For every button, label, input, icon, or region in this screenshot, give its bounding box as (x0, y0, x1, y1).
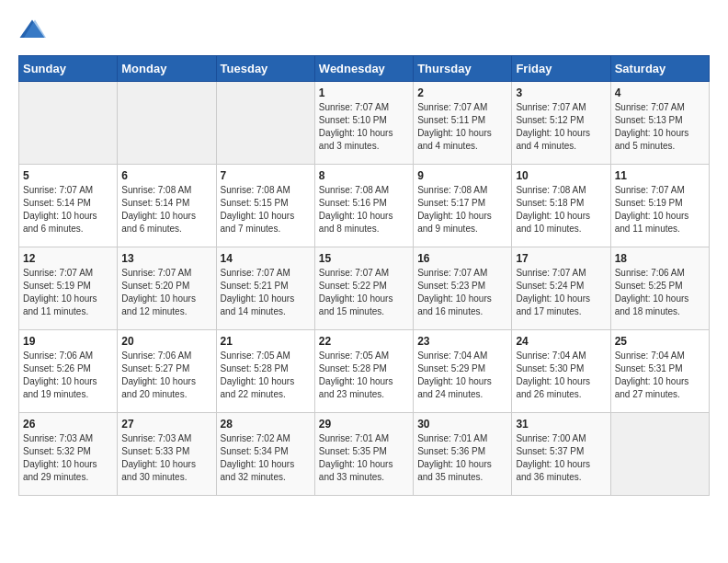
weekday-header: Wednesday (314, 56, 413, 82)
day-info: Sunrise: 7:08 AM Sunset: 5:16 PM Dayligh… (319, 184, 409, 236)
day-number: 15 (319, 252, 409, 265)
calendar-cell: 10Sunrise: 7:08 AM Sunset: 5:18 PM Dayli… (512, 165, 610, 247)
calendar-cell (216, 82, 314, 165)
day-number: 10 (516, 169, 606, 182)
day-number: 18 (615, 252, 705, 265)
calendar-cell: 11Sunrise: 7:07 AM Sunset: 5:19 PM Dayli… (610, 165, 709, 247)
day-info: Sunrise: 7:07 AM Sunset: 5:24 PM Dayligh… (516, 267, 606, 318)
day-number: 6 (121, 169, 211, 182)
day-info: Sunrise: 7:00 AM Sunset: 5:37 PM Dayligh… (516, 432, 606, 484)
calendar-cell: 5Sunrise: 7:07 AM Sunset: 5:14 PM Daylig… (19, 165, 118, 247)
weekday-header: Sunday (19, 56, 118, 82)
day-number: 31 (516, 418, 606, 431)
calendar-cell: 26Sunrise: 7:03 AM Sunset: 5:32 PM Dayli… (19, 413, 118, 496)
day-info: Sunrise: 7:04 AM Sunset: 5:31 PM Dayligh… (615, 350, 705, 401)
calendar-cell: 14Sunrise: 7:07 AM Sunset: 5:21 PM Dayli… (216, 247, 314, 330)
calendar-week-row: 1Sunrise: 7:07 AM Sunset: 5:10 PM Daylig… (19, 82, 710, 165)
calendar-cell: 20Sunrise: 7:06 AM Sunset: 5:27 PM Dayli… (118, 330, 216, 413)
day-number: 16 (417, 252, 507, 265)
day-info: Sunrise: 7:06 AM Sunset: 5:27 PM Dayligh… (121, 350, 211, 401)
day-number: 28 (221, 418, 311, 431)
day-number: 12 (23, 252, 113, 265)
calendar-cell: 17Sunrise: 7:07 AM Sunset: 5:24 PM Dayli… (512, 247, 610, 330)
day-info: Sunrise: 7:08 AM Sunset: 5:18 PM Dayligh… (516, 184, 606, 236)
day-number: 1 (319, 86, 409, 99)
calendar-cell: 16Sunrise: 7:07 AM Sunset: 5:23 PM Dayli… (414, 247, 512, 330)
calendar-cell (610, 413, 709, 496)
day-number: 27 (121, 418, 211, 431)
day-number: 21 (221, 335, 311, 348)
weekday-header: Saturday (610, 56, 709, 82)
calendar-cell: 25Sunrise: 7:04 AM Sunset: 5:31 PM Dayli… (610, 330, 709, 413)
day-number: 26 (23, 418, 113, 431)
calendar-cell: 4Sunrise: 7:07 AM Sunset: 5:13 PM Daylig… (610, 82, 709, 165)
calendar-table: SundayMondayTuesdayWednesdayThursdayFrid… (18, 55, 710, 496)
day-number: 23 (417, 335, 507, 348)
day-info: Sunrise: 7:07 AM Sunset: 5:20 PM Dayligh… (121, 267, 211, 318)
calendar-cell: 22Sunrise: 7:05 AM Sunset: 5:28 PM Dayli… (314, 330, 413, 413)
day-info: Sunrise: 7:07 AM Sunset: 5:21 PM Dayligh… (221, 267, 311, 318)
day-info: Sunrise: 7:03 AM Sunset: 5:33 PM Dayligh… (121, 432, 211, 484)
calendar-cell: 18Sunrise: 7:06 AM Sunset: 5:25 PM Dayli… (610, 247, 709, 330)
day-info: Sunrise: 7:08 AM Sunset: 5:14 PM Dayligh… (121, 184, 211, 236)
day-info: Sunrise: 7:08 AM Sunset: 5:17 PM Dayligh… (417, 184, 507, 236)
day-info: Sunrise: 7:04 AM Sunset: 5:30 PM Dayligh… (516, 350, 606, 401)
calendar-cell: 7Sunrise: 7:08 AM Sunset: 5:15 PM Daylig… (216, 165, 314, 247)
calendar-cell: 23Sunrise: 7:04 AM Sunset: 5:29 PM Dayli… (414, 330, 512, 413)
day-number: 14 (221, 252, 311, 265)
calendar-cell: 15Sunrise: 7:07 AM Sunset: 5:22 PM Dayli… (314, 247, 413, 330)
day-info: Sunrise: 7:07 AM Sunset: 5:19 PM Dayligh… (615, 184, 705, 236)
calendar-week-row: 19Sunrise: 7:06 AM Sunset: 5:26 PM Dayli… (19, 330, 710, 413)
day-number: 30 (417, 418, 507, 431)
calendar-week-row: 12Sunrise: 7:07 AM Sunset: 5:19 PM Dayli… (19, 247, 710, 330)
weekday-header-row: SundayMondayTuesdayWednesdayThursdayFrid… (19, 56, 710, 82)
day-number: 17 (516, 252, 606, 265)
day-info: Sunrise: 7:08 AM Sunset: 5:15 PM Dayligh… (221, 184, 311, 236)
day-info: Sunrise: 7:05 AM Sunset: 5:28 PM Dayligh… (319, 350, 409, 401)
day-info: Sunrise: 7:07 AM Sunset: 5:14 PM Dayligh… (23, 184, 113, 236)
day-info: Sunrise: 7:07 AM Sunset: 5:22 PM Dayligh… (319, 267, 409, 318)
day-number: 24 (516, 335, 606, 348)
day-number: 7 (221, 169, 311, 182)
page-header (18, 18, 710, 40)
calendar-cell: 6Sunrise: 7:08 AM Sunset: 5:14 PM Daylig… (118, 165, 216, 247)
day-number: 22 (319, 335, 409, 348)
day-info: Sunrise: 7:07 AM Sunset: 5:23 PM Dayligh… (417, 267, 507, 318)
day-number: 3 (516, 86, 606, 99)
day-info: Sunrise: 7:05 AM Sunset: 5:28 PM Dayligh… (221, 350, 311, 401)
day-info: Sunrise: 7:04 AM Sunset: 5:29 PM Dayligh… (417, 350, 507, 401)
calendar-cell: 29Sunrise: 7:01 AM Sunset: 5:35 PM Dayli… (314, 413, 413, 496)
day-number: 29 (319, 418, 409, 431)
day-info: Sunrise: 7:07 AM Sunset: 5:11 PM Dayligh… (417, 101, 507, 153)
weekday-header: Monday (118, 56, 216, 82)
calendar-cell: 27Sunrise: 7:03 AM Sunset: 5:33 PM Dayli… (118, 413, 216, 496)
day-number: 4 (615, 86, 705, 99)
calendar-cell (118, 82, 216, 165)
calendar-cell (19, 82, 118, 165)
weekday-header: Tuesday (216, 56, 314, 82)
day-info: Sunrise: 7:02 AM Sunset: 5:34 PM Dayligh… (221, 432, 311, 484)
logo (18, 18, 50, 40)
day-number: 19 (23, 335, 113, 348)
weekday-header: Thursday (414, 56, 512, 82)
day-number: 5 (23, 169, 113, 182)
calendar-week-row: 5Sunrise: 7:07 AM Sunset: 5:14 PM Daylig… (19, 165, 710, 247)
calendar-cell: 31Sunrise: 7:00 AM Sunset: 5:37 PM Dayli… (512, 413, 610, 496)
day-info: Sunrise: 7:03 AM Sunset: 5:32 PM Dayligh… (23, 432, 113, 484)
calendar-cell: 21Sunrise: 7:05 AM Sunset: 5:28 PM Dayli… (216, 330, 314, 413)
calendar-cell: 9Sunrise: 7:08 AM Sunset: 5:17 PM Daylig… (414, 165, 512, 247)
calendar-cell: 1Sunrise: 7:07 AM Sunset: 5:10 PM Daylig… (314, 82, 413, 165)
day-info: Sunrise: 7:07 AM Sunset: 5:12 PM Dayligh… (516, 101, 606, 153)
day-info: Sunrise: 7:07 AM Sunset: 5:10 PM Dayligh… (319, 101, 409, 153)
day-info: Sunrise: 7:06 AM Sunset: 5:26 PM Dayligh… (23, 350, 113, 401)
calendar-cell: 24Sunrise: 7:04 AM Sunset: 5:30 PM Dayli… (512, 330, 610, 413)
calendar-cell: 12Sunrise: 7:07 AM Sunset: 5:19 PM Dayli… (19, 247, 118, 330)
calendar-cell: 13Sunrise: 7:07 AM Sunset: 5:20 PM Dayli… (118, 247, 216, 330)
day-info: Sunrise: 7:06 AM Sunset: 5:25 PM Dayligh… (615, 267, 705, 318)
logo-icon (18, 18, 46, 40)
day-info: Sunrise: 7:07 AM Sunset: 5:13 PM Dayligh… (615, 101, 705, 153)
day-number: 25 (615, 335, 705, 348)
day-info: Sunrise: 7:01 AM Sunset: 5:35 PM Dayligh… (319, 432, 409, 484)
calendar-week-row: 26Sunrise: 7:03 AM Sunset: 5:32 PM Dayli… (19, 413, 710, 496)
day-number: 8 (319, 169, 409, 182)
